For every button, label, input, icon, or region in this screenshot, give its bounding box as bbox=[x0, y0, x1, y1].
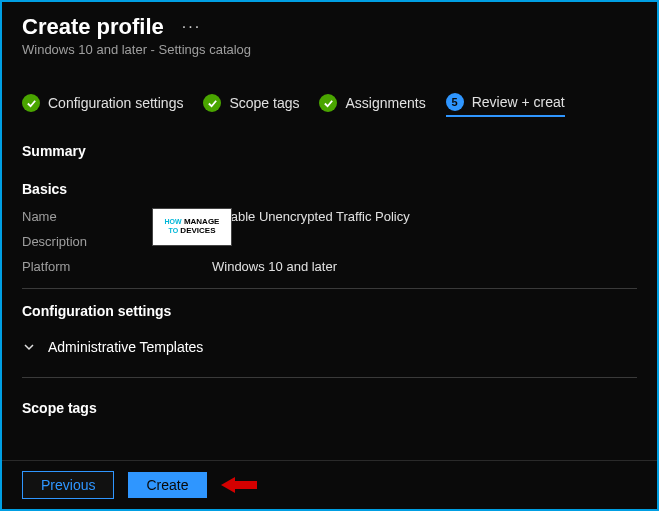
footer-bar: Previous Create bbox=[2, 460, 657, 509]
check-icon bbox=[22, 94, 40, 112]
wizard-steps: Configuration settings Scope tags Assign… bbox=[2, 65, 657, 125]
step-label: Configuration settings bbox=[48, 95, 183, 111]
step-label: Scope tags bbox=[229, 95, 299, 111]
page-title: Create profile bbox=[22, 14, 164, 40]
previous-button[interactable]: Previous bbox=[22, 471, 114, 499]
chevron-down-icon bbox=[22, 340, 36, 354]
name-value: Disable Unencrypted Traffic Policy bbox=[212, 209, 410, 224]
basics-description-row: Description -- bbox=[22, 234, 637, 249]
more-icon[interactable]: ··· bbox=[182, 18, 201, 36]
basics-platform-row: Platform Windows 10 and later bbox=[22, 259, 637, 274]
page-subtitle: Windows 10 and later - Settings catalog bbox=[22, 42, 637, 57]
check-icon bbox=[319, 94, 337, 112]
basics-title: Basics bbox=[22, 181, 637, 197]
svg-marker-0 bbox=[221, 477, 257, 493]
basics-name-row: Name Disable Unencrypted Traffic Policy bbox=[22, 209, 637, 224]
create-button[interactable]: Create bbox=[128, 472, 206, 498]
step-scope-tags[interactable]: Scope tags bbox=[203, 94, 299, 116]
platform-key: Platform bbox=[22, 259, 162, 274]
step-configuration-settings[interactable]: Configuration settings bbox=[22, 94, 183, 116]
config-settings-title: Configuration settings bbox=[22, 303, 637, 319]
divider bbox=[22, 288, 637, 289]
step-number-badge: 5 bbox=[446, 93, 464, 111]
watermark-logo: HOW MANAGE TO DEVICES bbox=[152, 208, 232, 246]
step-label: Review + creat bbox=[472, 94, 565, 110]
name-key: Name bbox=[22, 209, 162, 224]
summary-heading: Summary bbox=[22, 143, 637, 159]
admin-templates-label: Administrative Templates bbox=[48, 339, 203, 355]
step-assignments[interactable]: Assignments bbox=[319, 94, 425, 116]
scope-tags-title: Scope tags bbox=[2, 392, 657, 416]
arrow-left-icon bbox=[221, 474, 257, 496]
title-row: Create profile ··· bbox=[22, 14, 637, 40]
step-review-create[interactable]: 5 Review + creat bbox=[446, 93, 565, 117]
summary-section: Summary Basics Name Disable Unencrypted … bbox=[2, 125, 657, 274]
administrative-templates-row[interactable]: Administrative Templates bbox=[2, 331, 657, 363]
page-header: Create profile ··· Windows 10 and later … bbox=[2, 2, 657, 65]
description-key: Description bbox=[22, 234, 162, 249]
platform-value: Windows 10 and later bbox=[212, 259, 337, 274]
config-settings-section: Configuration settings bbox=[2, 303, 657, 319]
check-icon bbox=[203, 94, 221, 112]
divider bbox=[22, 377, 637, 378]
step-label: Assignments bbox=[345, 95, 425, 111]
